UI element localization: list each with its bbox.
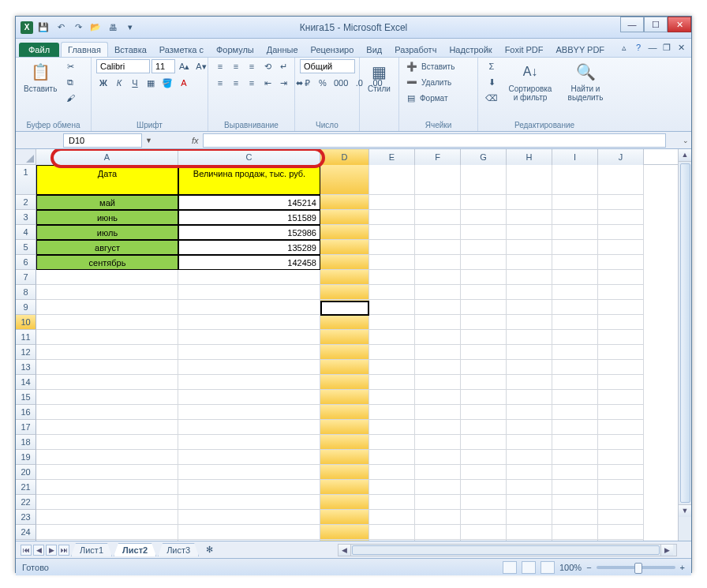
cell[interactable]	[507, 450, 552, 465]
cell[interactable]	[552, 330, 598, 345]
row-header[interactable]: 20	[16, 465, 36, 480]
cell[interactable]	[461, 450, 507, 465]
cell[interactable]	[369, 405, 415, 420]
cell[interactable]	[461, 165, 507, 195]
cell[interactable]	[461, 480, 507, 495]
cell[interactable]	[415, 390, 461, 405]
tab-home[interactable]: Главная	[61, 42, 108, 57]
cell[interactable]	[415, 450, 461, 465]
prev-sheet-icon[interactable]: ◀	[33, 545, 44, 556]
row-header[interactable]: 2	[16, 195, 36, 210]
qat-dropdown-icon[interactable]: ▾	[123, 21, 137, 35]
cell[interactable]	[36, 375, 178, 390]
cell[interactable]: 151589	[178, 210, 320, 225]
cell[interactable]	[552, 165, 598, 195]
row-header[interactable]: 14	[16, 375, 36, 390]
cell[interactable]: Дата	[36, 165, 178, 195]
cell[interactable]	[461, 360, 507, 375]
cell[interactable]	[369, 195, 415, 210]
font-color-button[interactable]: A	[177, 76, 191, 90]
cell[interactable]	[415, 165, 461, 195]
scroll-down-icon[interactable]: ▼	[679, 504, 691, 517]
cell[interactable]	[461, 330, 507, 345]
doc-restore-icon[interactable]: ❐	[661, 42, 672, 53]
undo-icon[interactable]: ↶	[54, 21, 68, 35]
row-header[interactable]: 12	[16, 345, 36, 360]
row-header[interactable]: 17	[16, 420, 36, 435]
help-icon[interactable]: ?	[633, 42, 644, 53]
cell[interactable]	[461, 300, 507, 315]
paste-button[interactable]: 📋 Вставить	[21, 59, 60, 95]
cell[interactable]	[461, 345, 507, 360]
cell[interactable]	[320, 450, 369, 465]
row-header[interactable]: 22	[16, 495, 36, 510]
italic-button[interactable]: К	[112, 76, 126, 90]
format-cells-button[interactable]: Формат	[420, 94, 448, 103]
cell[interactable]	[415, 480, 461, 495]
tab-view[interactable]: Вид	[360, 43, 388, 57]
currency-icon[interactable]: ₽	[300, 76, 314, 90]
font-name-select[interactable]: Calibri	[96, 59, 150, 73]
cell[interactable]	[598, 270, 644, 285]
cell[interactable]	[178, 315, 320, 330]
clear-icon[interactable]: ⌫	[483, 91, 500, 105]
minimize-button[interactable]: —	[620, 17, 644, 32]
align-mid-icon[interactable]: ≡	[229, 59, 243, 73]
first-sheet-icon[interactable]: ⏮	[21, 545, 32, 556]
cell[interactable]	[507, 225, 552, 240]
cell[interactable]	[320, 480, 369, 495]
cell[interactable]	[598, 315, 644, 330]
cell[interactable]	[320, 420, 369, 435]
cell[interactable]	[178, 435, 320, 450]
doc-close-icon[interactable]: ✕	[675, 42, 686, 53]
last-sheet-icon[interactable]: ⏭	[58, 545, 69, 556]
cell[interactable]	[369, 240, 415, 255]
cell[interactable]	[598, 210, 644, 225]
fill-icon[interactable]: ⬇	[483, 75, 500, 89]
orientation-icon[interactable]: ⟲	[260, 59, 275, 73]
cell[interactable]	[598, 435, 644, 450]
cell[interactable]	[598, 195, 644, 210]
cell[interactable]	[36, 480, 178, 495]
cell[interactable]	[415, 510, 461, 525]
cell[interactable]	[552, 360, 598, 375]
cell[interactable]	[461, 495, 507, 510]
cell[interactable]	[598, 345, 644, 360]
row-header[interactable]: 24	[16, 525, 36, 540]
cell[interactable]	[507, 255, 552, 270]
row-header[interactable]: 6	[16, 255, 36, 270]
cell[interactable]	[507, 390, 552, 405]
tab-data[interactable]: Данные	[260, 43, 305, 57]
cell[interactable]	[36, 510, 178, 525]
cell[interactable]	[369, 360, 415, 375]
cell[interactable]	[507, 285, 552, 300]
cell[interactable]	[552, 420, 598, 435]
cell[interactable]	[369, 225, 415, 240]
cell[interactable]	[415, 255, 461, 270]
cell[interactable]	[320, 360, 369, 375]
horizontal-scrollbar[interactable]: ◀ ▶	[338, 544, 677, 556]
cell[interactable]	[178, 375, 320, 390]
cell[interactable]: 152986	[178, 225, 320, 240]
cell[interactable]	[369, 165, 415, 195]
col-header-h[interactable]: H	[507, 149, 552, 165]
cell[interactable]	[320, 465, 369, 480]
cut-icon[interactable]: ✂	[63, 59, 77, 73]
name-box[interactable]: D10	[63, 133, 142, 148]
cell[interactable]	[461, 405, 507, 420]
cell[interactable]	[507, 480, 552, 495]
styles-button[interactable]: ▦ Стили	[365, 59, 394, 95]
cell[interactable]	[36, 525, 178, 540]
cell[interactable]	[507, 435, 552, 450]
zoom-level[interactable]: 100%	[559, 563, 582, 572]
cell[interactable]	[552, 240, 598, 255]
cell[interactable]	[320, 405, 369, 420]
indent-dec-icon[interactable]: ⇤	[260, 76, 275, 90]
cell[interactable]	[415, 240, 461, 255]
zoom-out-icon[interactable]: −	[586, 563, 591, 572]
cell[interactable]	[36, 420, 178, 435]
font-size-select[interactable]: 11	[152, 59, 175, 73]
cell[interactable]	[461, 375, 507, 390]
cell[interactable]	[552, 345, 598, 360]
cell[interactable]	[178, 480, 320, 495]
